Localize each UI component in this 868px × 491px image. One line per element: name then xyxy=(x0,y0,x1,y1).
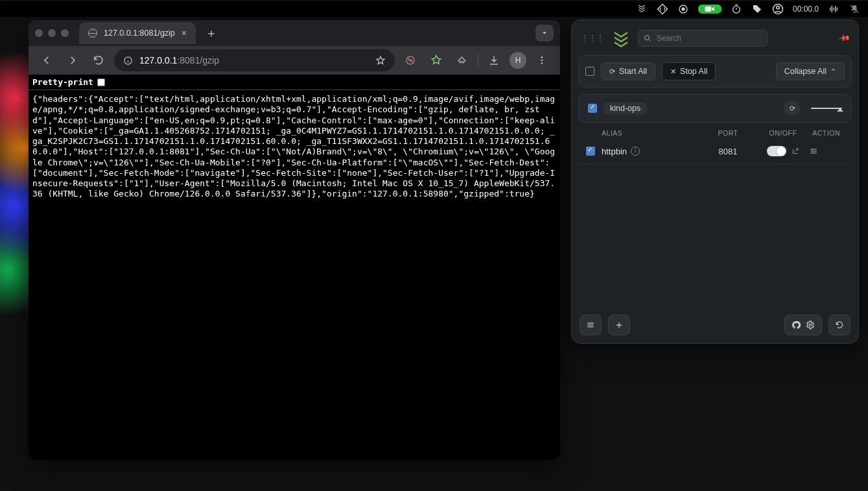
extension-icon-2[interactable] xyxy=(426,50,447,71)
timer-icon[interactable] xyxy=(731,3,742,15)
header-onoff: ON/OFF xyxy=(757,129,809,137)
window-max-dot[interactable] xyxy=(61,29,69,37)
forward-button[interactable] xyxy=(62,50,83,71)
header-action: ACTION xyxy=(809,129,844,137)
collapse-all-label: Collapse All xyxy=(784,67,827,76)
pretty-print-checkbox[interactable] xyxy=(97,78,105,86)
svg-rect-8 xyxy=(833,8,834,10)
browser-tab[interactable]: 127.0.0.1:8081/gzip × xyxy=(79,22,196,44)
stop-all-label: Stop All xyxy=(680,67,707,76)
user-circle-icon[interactable] xyxy=(772,3,784,15)
panel-header: ⋮⋮⋮ 📌 xyxy=(578,27,852,55)
gear-icon xyxy=(806,320,815,329)
info-icon[interactable]: i xyxy=(631,147,640,156)
drag-grip-icon[interactable]: ⋮⋮⋮ xyxy=(581,34,604,43)
browser-menu-icon[interactable] xyxy=(532,50,552,71)
response-body: {"headers":{"Accept":["text/html,applica… xyxy=(29,90,560,460)
footer-github-settings[interactable] xyxy=(784,315,822,335)
browser-window: 127.0.0.1:8081/gzip × ＋ 127.0.0.1:8081/g… xyxy=(29,20,560,460)
screen-record-active-icon[interactable] xyxy=(698,5,721,14)
svg-rect-7 xyxy=(832,6,832,13)
pretty-print-bar: Pretty-print xyxy=(29,75,560,90)
svg-rect-9 xyxy=(835,6,836,12)
footer-refresh-button[interactable] xyxy=(828,315,850,335)
svg-point-1 xyxy=(682,8,685,10)
cluster-name-chip: kind-ops xyxy=(604,102,647,114)
start-all-label: Start All xyxy=(619,67,647,76)
open-external-icon[interactable] xyxy=(792,147,799,155)
record-circle-icon[interactable] xyxy=(677,3,689,15)
bookmark-star-icon[interactable] xyxy=(375,55,386,66)
cluster-group-row[interactable]: ✓ kind-ops ⟳ xyxy=(578,94,852,123)
footer-menu-button[interactable] xyxy=(580,315,602,335)
tag-icon[interactable] xyxy=(751,3,763,15)
globe-icon xyxy=(88,29,97,38)
notifications-muted-icon[interactable] xyxy=(849,3,860,15)
extension-icon-1[interactable] xyxy=(400,50,421,71)
service-checkbox[interactable] xyxy=(586,147,595,156)
refresh-icon: ⟳ xyxy=(609,67,615,76)
mac-menubar: 00:00.0 xyxy=(0,1,868,17)
search-icon xyxy=(644,34,651,42)
group-collapse-toggle[interactable] xyxy=(811,108,842,109)
service-alias: httpbin xyxy=(602,147,627,156)
svg-rect-2 xyxy=(705,6,711,12)
code-icon[interactable] xyxy=(657,3,668,15)
menubar-app-icon[interactable] xyxy=(636,3,648,15)
browser-tabbar: 127.0.0.1:8081/gzip × ＋ xyxy=(29,20,560,46)
window-close-dot[interactable] xyxy=(35,29,43,37)
service-table-header: ALIAS PORT ON/OFF ACTION xyxy=(578,123,852,141)
back-button[interactable] xyxy=(36,50,57,71)
chevron-up-icon: ⌃ xyxy=(830,67,836,76)
svg-rect-6 xyxy=(830,7,830,10)
collapse-all-button[interactable]: Collapse All ⌃ xyxy=(776,62,845,80)
reload-button[interactable] xyxy=(88,50,109,71)
profile-avatar[interactable]: H xyxy=(510,52,526,69)
footer-add-button[interactable]: ＋ xyxy=(608,315,630,335)
svg-point-17 xyxy=(645,36,650,40)
tab-close-icon[interactable]: × xyxy=(182,28,187,38)
start-all-button[interactable]: ⟳ Start All xyxy=(601,62,655,80)
group-refresh-button[interactable]: ⟳ xyxy=(784,101,801,115)
search-field[interactable] xyxy=(638,30,768,47)
extensions-puzzle-icon[interactable] xyxy=(452,50,473,71)
github-icon xyxy=(792,320,801,329)
svg-point-15 xyxy=(541,60,543,62)
pin-icon[interactable]: 📌 xyxy=(838,32,850,45)
svg-point-5 xyxy=(777,6,780,10)
svg-point-14 xyxy=(541,56,543,58)
service-toggle[interactable] xyxy=(767,146,786,156)
header-port: PORT xyxy=(699,129,757,137)
panel-footer: ＋ xyxy=(578,311,852,337)
url-path-text: :8081/gzip xyxy=(177,55,219,66)
search-input[interactable] xyxy=(657,34,762,43)
window-traffic-lights[interactable] xyxy=(35,29,69,37)
svg-point-16 xyxy=(541,62,543,64)
kube-forward-panel: ⋮⋮⋮ 📌 ⟳ Start All ✕ Stop All Collapse Al… xyxy=(571,19,859,344)
address-bar[interactable]: 127.0.0.1:8081/gzip xyxy=(114,49,395,71)
menubar-timer-text: 00:00.0 xyxy=(793,5,819,14)
panel-controls-row: ⟳ Start All ✕ Stop All Collapse All ⌃ xyxy=(578,55,852,88)
pretty-print-label: Pretty-print xyxy=(32,77,93,87)
panel-logo-icon xyxy=(611,28,631,49)
window-min-dot[interactable] xyxy=(48,29,56,37)
svg-point-24 xyxy=(809,324,812,326)
header-alias: ALIAS xyxy=(602,129,699,137)
stop-all-button[interactable]: ✕ Stop All xyxy=(662,62,716,80)
site-info-icon[interactable] xyxy=(123,56,133,66)
svg-rect-10 xyxy=(837,7,838,10)
service-port: 8081 xyxy=(699,147,757,156)
tabs-dropdown-button[interactable] xyxy=(535,25,554,42)
service-row: httpbin i 8081 xyxy=(578,141,852,165)
url-host-text: 127.0.0.1 xyxy=(139,55,177,66)
tab-title: 127.0.0.1:8081/gzip xyxy=(104,29,175,38)
browser-toolbar: 127.0.0.1:8081/gzip H xyxy=(29,46,560,75)
select-all-checkbox[interactable] xyxy=(585,67,594,76)
new-tab-button[interactable]: ＋ xyxy=(202,24,220,42)
group-checkbox[interactable]: ✓ xyxy=(588,104,597,113)
service-action-menu[interactable] xyxy=(809,147,844,156)
audio-bars-icon[interactable] xyxy=(828,3,839,15)
downloads-icon[interactable] xyxy=(484,50,504,71)
x-icon: ✕ xyxy=(670,67,676,76)
